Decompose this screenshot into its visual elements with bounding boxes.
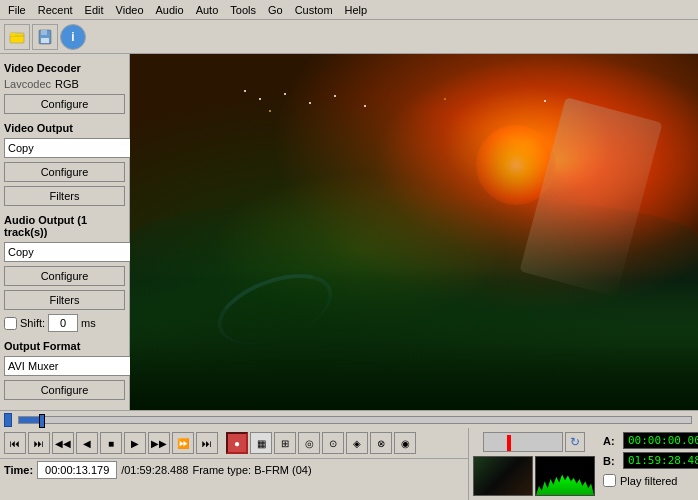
shift-label: Shift: (20, 317, 45, 329)
menu-edit[interactable]: Edit (79, 2, 110, 18)
menu-auto[interactable]: Auto (190, 2, 225, 18)
timecode-a-value: 00:00:00.000 (623, 432, 698, 449)
timeline-thumb[interactable] (39, 414, 45, 428)
wave-line (536, 472, 594, 495)
video-decoder-configure-btn[interactable]: Configure (4, 94, 125, 114)
play-filtered-row: Play filtered (603, 474, 698, 487)
prev-key-button[interactable]: ⏭ (28, 432, 50, 454)
video-decoder-title: Video Decoder (4, 62, 125, 74)
svg-rect-4 (41, 38, 49, 43)
video-output-configure-btn[interactable]: Configure (4, 162, 125, 182)
controls-row: ⏮ ⏭ ◀◀ ◀ ■ ▶ ▶▶ ⏩ ⏭ ● ▦ ⊞ ◎ ⊙ ◈ ⊗ ◉ (0, 428, 468, 458)
timeline-start-marker[interactable] (4, 413, 12, 427)
go-start-button[interactable]: ⏮ (4, 432, 26, 454)
time-value-input[interactable]: 00:00:13.179 (37, 461, 117, 479)
next-key-button[interactable]: ⏩ (172, 432, 194, 454)
menu-video[interactable]: Video (110, 2, 150, 18)
prev-frame-button[interactable]: ◀◀ (52, 432, 74, 454)
go-end-button[interactable]: ⏭ (196, 432, 218, 454)
svg-rect-3 (41, 30, 47, 35)
lavcodec-label: Lavcodec (4, 78, 51, 90)
stop-button[interactable]: ■ (100, 432, 122, 454)
scrubber-thumb (507, 435, 511, 451)
bottom-area: ⏮ ⏭ ◀◀ ◀ ■ ▶ ▶▶ ⏩ ⏭ ● ▦ ⊞ ◎ ⊙ ◈ ⊗ ◉ (0, 410, 698, 500)
toggle-record-btn[interactable]: ● (226, 432, 248, 454)
svg-rect-1 (10, 33, 15, 36)
timeline-progress (19, 417, 39, 423)
lavcodec-value: RGB (55, 78, 79, 90)
shift-row: Shift: 0 ms (4, 314, 125, 332)
lavcodec-row: Lavcodec RGB (4, 78, 125, 90)
shift-checkbox[interactable] (4, 317, 17, 330)
shift-input[interactable]: 0 (48, 314, 78, 332)
play-filtered-checkbox[interactable] (603, 474, 616, 487)
bottom-right: ↻ A: 00:00:00.000 B: (468, 428, 698, 500)
output-format-configure-btn[interactable]: Configure (4, 380, 125, 400)
audio-output-filters-btn[interactable]: Filters (4, 290, 125, 310)
timecode-b-label: B: (603, 455, 619, 467)
video-preview (130, 54, 698, 410)
time-label: Time: (4, 464, 33, 476)
mini-thumb-bg (474, 457, 532, 495)
toggle-view-btn1[interactable]: ▦ (250, 432, 272, 454)
toggle-btn3[interactable]: ◎ (298, 432, 320, 454)
output-format-select[interactable]: AVI Muxer (4, 356, 149, 376)
video-background (130, 54, 698, 410)
play-back-button[interactable]: ◀ (76, 432, 98, 454)
menu-recent[interactable]: Recent (32, 2, 79, 18)
menu-audio[interactable]: Audio (150, 2, 190, 18)
menu-custom[interactable]: Custom (289, 2, 339, 18)
toggle-btn6[interactable]: ⊗ (370, 432, 392, 454)
timecode-b-value: 01:59:28.488 (623, 452, 698, 469)
play-button[interactable]: ▶ (124, 432, 146, 454)
timecode-b-row: B: 01:59:28.488 (603, 452, 698, 469)
save-button[interactable] (32, 24, 58, 50)
status-row: Time: 00:00:13.179 /01:59:28.488 Frame t… (0, 458, 468, 480)
play-filtered-label: Play filtered (620, 475, 677, 487)
waveform-display (535, 456, 595, 496)
menu-go[interactable]: Go (262, 2, 289, 18)
toggle-btn7[interactable]: ◉ (394, 432, 416, 454)
video-output-select-row: Copy ▼ (4, 138, 125, 158)
menu-tools[interactable]: Tools (224, 2, 262, 18)
toggle-btn4[interactable]: ⊙ (322, 432, 344, 454)
timecode-a-label: A: (603, 435, 619, 447)
mini-thumbnail (473, 456, 533, 496)
audio-output-configure-btn[interactable]: Configure (4, 266, 125, 286)
bottom-left: ⏮ ⏭ ◀◀ ◀ ■ ▶ ▶▶ ⏩ ⏭ ● ▦ ⊞ ◎ ⊙ ◈ ⊗ ◉ (0, 428, 468, 500)
audio-output-select-row: Copy ▼ (4, 242, 125, 262)
timeline-bar[interactable] (18, 416, 692, 424)
menu-help[interactable]: Help (339, 2, 374, 18)
video-output-filters-btn[interactable]: Filters (4, 186, 125, 206)
audio-output-select[interactable]: Copy (4, 242, 149, 262)
next-frame-button[interactable]: ▶▶ (148, 432, 170, 454)
toolbar: i (0, 20, 698, 54)
duration-display: /01:59:28.488 (121, 464, 188, 476)
mini-scrubber[interactable] (483, 432, 563, 452)
menubar: File Recent Edit Video Audio Auto Tools … (0, 0, 698, 20)
timecodes-panel: A: 00:00:00.000 B: 01:59:28.488 Play fil… (599, 428, 698, 500)
frame-type-display: Frame type: B-FRM (04) (192, 464, 311, 476)
output-format-title: Output Format (4, 340, 125, 352)
left-panel: Video Decoder Lavcodec RGB Configure Vid… (0, 54, 130, 410)
audio-output-title: Audio Output (1 track(s)) (4, 214, 125, 238)
timecode-a-row: A: 00:00:00.000 (603, 432, 698, 449)
shift-unit: ms (81, 317, 96, 329)
toggle-view-btn2[interactable]: ⊞ (274, 432, 296, 454)
menu-file[interactable]: File (2, 2, 32, 18)
timeline-row (0, 411, 698, 428)
output-format-select-row: AVI Muxer ▼ (4, 356, 125, 376)
info-button[interactable]: i (60, 24, 86, 50)
mini-preview-area: ↻ (469, 428, 599, 500)
bottom-main: ⏮ ⏭ ◀◀ ◀ ■ ▶ ▶▶ ⏩ ⏭ ● ▦ ⊞ ◎ ⊙ ◈ ⊗ ◉ (0, 428, 698, 500)
main-layout: Video Decoder Lavcodec RGB Configure Vid… (0, 54, 698, 410)
open-button[interactable] (4, 24, 30, 50)
refresh-button[interactable]: ↻ (565, 432, 585, 452)
video-output-title: Video Output (4, 122, 125, 134)
video-output-select[interactable]: Copy (4, 138, 149, 158)
toggle-btn5[interactable]: ◈ (346, 432, 368, 454)
